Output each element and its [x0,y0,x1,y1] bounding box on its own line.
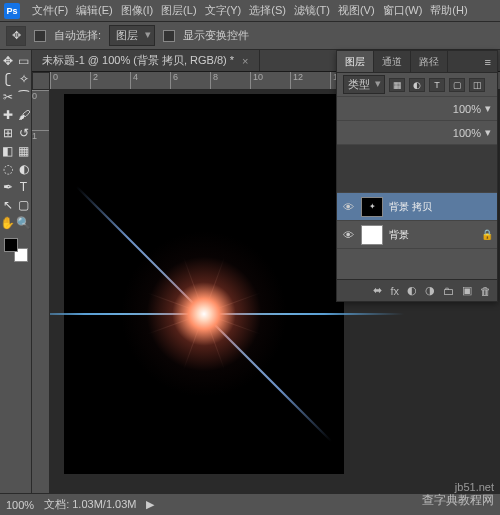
menu-layer[interactable]: 图层(L) [157,3,200,18]
menu-file[interactable]: 文件(F) [28,3,72,18]
link-icon[interactable]: ⬌ [373,284,382,297]
layer-thumbnail[interactable] [361,225,383,245]
opacity-row: 100%▾ [337,97,497,121]
ruler-tick: 10 [250,72,290,89]
type-tool[interactable]: T [16,178,32,196]
eyedropper-tool[interactable]: ⁀ [16,88,32,106]
show-transform-checkbox[interactable] [163,30,175,42]
layer-name[interactable]: 背景 [389,228,409,242]
trash-icon[interactable]: 🗑 [480,285,491,297]
tab-channels[interactable]: 通道 [374,51,411,72]
hand-tool[interactable]: ✋ [0,214,16,232]
ruler-tick: 2 [90,72,130,89]
watermark-sub: 查字典教程网 [422,492,494,509]
preview-placeholder [337,145,497,193]
chevron-down-icon[interactable]: ▾ [485,126,491,139]
ruler-tick: 0 [32,90,49,130]
ruler-vertical: 0 1 [32,90,50,493]
document-title: 未标题-1 @ 100% (背景 拷贝, RGB/8) * [42,53,234,68]
tool-bar: ✥▭ ʗ✧ ✂⁀ ✚🖌 ⊞↺ ◧▦ ◌◐ ✒T ↖▢ ✋🔍 [0,50,32,493]
menu-type[interactable]: 文字(Y) [201,3,246,18]
filter-adjust-icon[interactable]: ◐ [409,78,425,92]
auto-select-checkbox[interactable] [34,30,46,42]
move-tool[interactable]: ✥ [0,52,16,70]
gradient-tool[interactable]: ▦ [16,142,32,160]
show-transform-label: 显示变换控件 [183,28,249,43]
menu-view[interactable]: 视图(V) [334,3,379,18]
crop-tool[interactable]: ✂ [0,88,16,106]
pen-tool[interactable]: ✒ [0,178,16,196]
blur-tool[interactable]: ◌ [0,160,16,178]
lock-icon: 🔒 [481,229,493,240]
zoom-level[interactable]: 100% [6,499,34,511]
kind-filter[interactable]: 类型 [343,75,385,94]
brush-tool[interactable]: 🖌 [16,106,32,124]
options-bar: ✥ 自动选择: 图层 显示变换控件 [0,22,500,50]
new-layer-icon[interactable]: ▣ [462,284,472,297]
dodge-tool[interactable]: ◐ [16,160,32,178]
doc-info: 文档: 1.03M/1.03M [44,497,136,512]
color-swatches[interactable] [4,238,28,262]
layer-list-empty [337,249,497,279]
auto-select-dropdown[interactable]: 图层 [109,25,155,46]
mask-icon[interactable]: ◐ [407,284,417,297]
shape-tool[interactable]: ▢ [16,196,32,214]
menu-image[interactable]: 图像(I) [117,3,157,18]
panel-menu-icon[interactable]: ≡ [479,51,497,72]
menu-help[interactable]: 帮助(H) [426,3,471,18]
app-logo: Ps [4,3,20,19]
document-tab[interactable]: 未标题-1 @ 100% (背景 拷贝, RGB/8) * × [32,50,260,71]
fill-row: 100%▾ [337,121,497,145]
filter-smart-icon[interactable]: ◫ [469,78,485,92]
lasso-tool[interactable]: ʗ [0,70,16,88]
chevron-down-icon[interactable]: ▾ [485,102,491,115]
menu-window[interactable]: 窗口(W) [379,3,427,18]
filter-shape-icon[interactable]: ▢ [449,78,465,92]
adjustment-icon[interactable]: ◑ [425,284,435,297]
visibility-icon[interactable]: 👁 [341,200,355,214]
ruler-tick: 0 [50,72,90,89]
marquee-tool[interactable]: ▭ [16,52,32,70]
visibility-icon[interactable]: 👁 [341,228,355,242]
fx-icon[interactable]: fx [390,285,399,297]
layer-row[interactable]: 👁 背景 🔒 [337,221,497,249]
panel-footer: ⬌ fx ◐ ◑ 🗀 ▣ 🗑 [337,279,497,301]
ruler-tick: 4 [130,72,170,89]
wand-tool[interactable]: ✧ [16,70,32,88]
layer-thumbnail[interactable]: ✦ [361,197,383,217]
canvas[interactable] [64,94,344,474]
close-tab-icon[interactable]: × [242,55,248,67]
filter-row: 类型 ▦ ◐ T ▢ ◫ [337,73,497,97]
ruler-corner [32,72,50,90]
fill-value[interactable]: 100% [453,127,481,139]
ruler-tick: 1 [32,130,49,170]
layer-row[interactable]: 👁 ✦ 背景 拷贝 [337,193,497,221]
status-arrow-icon[interactable]: ▶ [146,498,154,511]
foreground-swatch[interactable] [4,238,18,252]
ruler-tick: 6 [170,72,210,89]
layer-name[interactable]: 背景 拷贝 [389,200,432,214]
stamp-tool[interactable]: ⊞ [0,124,16,142]
eraser-tool[interactable]: ◧ [0,142,16,160]
menu-edit[interactable]: 编辑(E) [72,3,117,18]
group-icon[interactable]: 🗀 [443,285,454,297]
ruler-tick: 12 [290,72,330,89]
ruler-tick: 8 [210,72,250,89]
menu-bar: Ps 文件(F) 编辑(E) 图像(I) 图层(L) 文字(Y) 选择(S) 滤… [0,0,500,22]
filter-pixel-icon[interactable]: ▦ [389,78,405,92]
menu-filter[interactable]: 滤镜(T) [290,3,334,18]
history-brush-tool[interactable]: ↺ [16,124,32,142]
tab-layers[interactable]: 图层 [337,51,374,72]
heal-tool[interactable]: ✚ [0,106,16,124]
menu-select[interactable]: 选择(S) [245,3,290,18]
filter-type-icon[interactable]: T [429,78,445,92]
move-tool-icon[interactable]: ✥ [6,26,26,46]
path-tool[interactable]: ↖ [0,196,16,214]
panel-tabs: 图层 通道 路径 ≡ [337,51,497,73]
layers-panel: 图层 通道 路径 ≡ 类型 ▦ ◐ T ▢ ◫ 100%▾ 100%▾ 👁 ✦ … [336,50,498,302]
tab-paths[interactable]: 路径 [411,51,448,72]
opacity-value[interactable]: 100% [453,103,481,115]
auto-select-label: 自动选择: [54,28,101,43]
lens-flare [204,314,205,315]
zoom-tool[interactable]: 🔍 [16,214,32,232]
